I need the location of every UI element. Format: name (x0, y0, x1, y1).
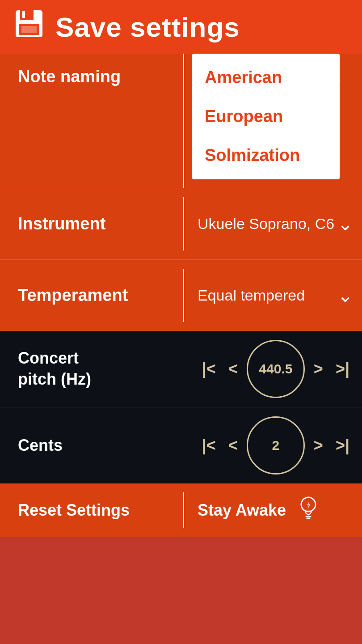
cents-next-button[interactable]: > (310, 432, 327, 458)
floppy-disk-icon (13, 8, 45, 46)
cents-skip-back-button[interactable]: |< (198, 432, 219, 458)
divider (183, 197, 184, 250)
concert-pitch-row: Concert pitch (Hz) |< < 440.5 > >| (0, 331, 362, 407)
option-american[interactable]: American (192, 58, 340, 97)
instrument-chevron-icon[interactable]: ⌄ (337, 213, 362, 235)
concert-pitch-prev-button[interactable]: < (225, 356, 241, 382)
divider (183, 269, 184, 322)
bottom-bar: Reset Settings Stay Awake (0, 483, 362, 537)
bulb-icon[interactable] (295, 494, 322, 526)
page-title: Save settings (55, 11, 240, 43)
reset-settings-button[interactable]: Reset Settings (0, 501, 179, 520)
option-solmization[interactable]: Solmization (192, 136, 340, 175)
instrument-label: Instrument (0, 214, 179, 233)
option-european[interactable]: European (192, 97, 340, 136)
settings-section: Note naming American European Solmizatio… (0, 54, 362, 331)
cents-value: 2 (247, 416, 305, 475)
concert-pitch-skip-back-button[interactable]: |< (198, 356, 219, 382)
svg-rect-4 (21, 26, 37, 33)
instrument-value: Ukuele Soprano, C6 (189, 214, 337, 233)
pitch-section: Concert pitch (Hz) |< < 440.5 > >| Cents… (0, 331, 362, 483)
cents-label: Cents (0, 435, 116, 456)
concert-pitch-value: 440.5 (247, 340, 305, 398)
concert-pitch-label: Concert pitch (Hz) (0, 348, 116, 390)
concert-pitch-controls: |< < 440.5 > >| (116, 340, 362, 398)
bottom-divider (183, 492, 184, 528)
divider (183, 54, 184, 188)
concert-pitch-skip-forward-button[interactable]: >| (332, 356, 353, 382)
temperament-row[interactable]: Temperament Equal tempered ⌄ (0, 259, 362, 331)
cents-prev-button[interactable]: < (225, 432, 241, 458)
instrument-row[interactable]: Instrument Ukuele Soprano, C6 ⌄ (0, 188, 362, 259)
temperament-value: Equal tempered (189, 285, 337, 305)
header: Save settings (0, 0, 362, 54)
cents-controls: |< < 2 > >| (116, 416, 362, 475)
cents-skip-forward-button[interactable]: >| (332, 432, 353, 458)
stay-awake-area: Stay Awake (189, 494, 362, 526)
note-naming-dropdown[interactable]: American European Solmization (192, 54, 340, 179)
temperament-label: Temperament (0, 286, 179, 305)
svg-rect-2 (22, 11, 25, 18)
cents-row: Cents |< < 2 > >| (0, 407, 362, 483)
concert-pitch-next-button[interactable]: > (310, 356, 327, 382)
stay-awake-label: Stay Awake (198, 501, 286, 520)
note-naming-row[interactable]: Note naming American European Solmizatio… (0, 54, 362, 188)
note-naming-label: Note naming (0, 54, 179, 86)
temperament-chevron-icon[interactable]: ⌄ (337, 284, 362, 306)
svg-rect-1 (20, 10, 34, 20)
